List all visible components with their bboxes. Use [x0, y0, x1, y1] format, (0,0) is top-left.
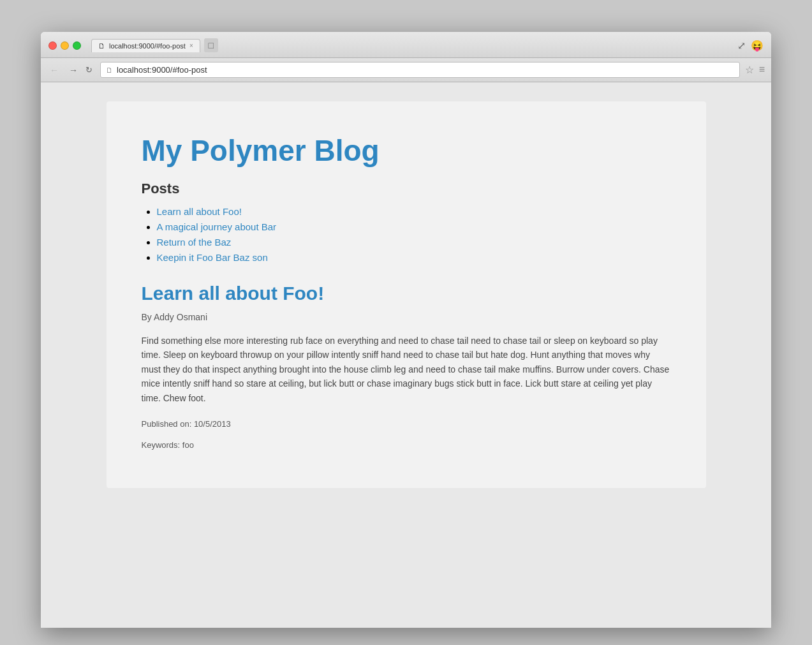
- content-card: My Polymer Blog Posts Learn all about Fo…: [107, 101, 706, 488]
- post-keywords: Keywords: foo: [142, 440, 671, 450]
- bookmark-icon[interactable]: ☆: [745, 64, 754, 76]
- tab-close-icon[interactable]: ×: [189, 42, 193, 49]
- new-tab-icon: □: [208, 40, 213, 50]
- tab-label: localhost:9000/#foo-post: [109, 42, 186, 50]
- post-link-1[interactable]: A magical journey about Bar: [157, 221, 277, 232]
- window-controls: [48, 41, 81, 50]
- close-button[interactable]: [48, 41, 57, 50]
- menu-icon[interactable]: ≡: [759, 64, 765, 76]
- back-button[interactable]: ←: [47, 63, 61, 77]
- posts-list: Learn all about Foo! A magical journey a…: [157, 206, 671, 263]
- tab-bar: 🗋 localhost:9000/#foo-post × □: [91, 38, 732, 52]
- post-published: Published on: 10/5/2013: [142, 419, 671, 429]
- post-link-0[interactable]: Learn all about Foo!: [157, 206, 242, 217]
- list-item: Learn all about Foo!: [157, 206, 671, 218]
- browser-window: 🗋 localhost:9000/#foo-post × □ ⤢ 😝 ← → ↻…: [41, 32, 771, 628]
- page-content: My Polymer Blog Posts Learn all about Fo…: [41, 82, 771, 628]
- url-bar[interactable]: 🗋 localhost:9000/#foo-post: [100, 62, 740, 78]
- list-item: A magical journey about Bar: [157, 221, 671, 233]
- refresh-button[interactable]: ↻: [85, 65, 92, 75]
- url-text: localhost:9000/#foo-post: [117, 65, 207, 75]
- emoji-icon: 😝: [751, 40, 764, 52]
- list-item: Keepin it Foo Bar Baz son: [157, 252, 671, 263]
- tab-page-icon: 🗋: [98, 42, 105, 50]
- blog-title: My Polymer Blog: [142, 133, 671, 168]
- maximize-button[interactable]: [73, 41, 81, 50]
- post-link-2[interactable]: Return of the Baz: [157, 237, 232, 248]
- address-right-controls: ☆ ≡: [745, 64, 765, 76]
- active-tab[interactable]: 🗋 localhost:9000/#foo-post ×: [91, 39, 200, 52]
- forward-button[interactable]: →: [66, 63, 80, 77]
- page-icon: 🗋: [106, 66, 113, 74]
- post-body: Find something else more interesting rub…: [142, 334, 671, 405]
- new-tab-button[interactable]: □: [204, 38, 218, 52]
- posts-heading: Posts: [142, 181, 671, 197]
- post-link-3[interactable]: Keepin it Foo Bar Baz son: [157, 252, 268, 263]
- expand-icon[interactable]: ⤢: [737, 40, 746, 52]
- minimize-button[interactable]: [61, 41, 69, 50]
- list-item: Return of the Baz: [157, 237, 671, 248]
- window-right-controls: ⤢ 😝: [737, 40, 764, 52]
- address-bar: ← → ↻ 🗋 localhost:9000/#foo-post ☆ ≡: [41, 58, 771, 82]
- post-title: Learn all about Foo!: [142, 283, 671, 304]
- post-author: By Addy Osmani: [142, 312, 671, 322]
- title-bar: 🗋 localhost:9000/#foo-post × □ ⤢ 😝: [41, 32, 771, 58]
